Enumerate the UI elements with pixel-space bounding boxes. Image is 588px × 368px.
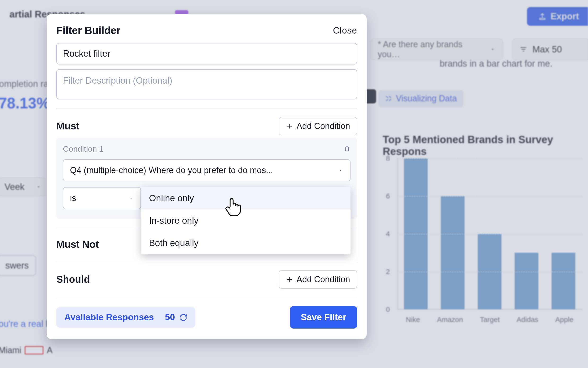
plus-icon — [286, 123, 293, 130]
must-section: Must Add Condition Condition 1 Q4 (multi… — [56, 117, 357, 219]
must-heading: Must — [56, 120, 79, 132]
condition-label: Condition 1 — [63, 144, 104, 154]
trash-icon — [343, 145, 350, 153]
plus-icon — [286, 276, 293, 283]
delete-condition-button[interactable] — [343, 145, 350, 154]
filter-name-input[interactable] — [56, 43, 357, 64]
refresh-icon — [179, 313, 187, 322]
dropdown-option[interactable]: Both equally — [141, 232, 350, 254]
add-condition-label: Add Condition — [297, 275, 350, 284]
chevron-down-icon — [338, 167, 343, 173]
filter-description-input[interactable] — [56, 69, 357, 100]
operator-select[interactable]: is — [63, 187, 141, 209]
value-dropdown: Online only In-store only Both equally — [141, 187, 350, 254]
save-filter-button[interactable]: Save Filter — [290, 306, 357, 329]
divider — [56, 297, 357, 297]
divider — [56, 108, 357, 109]
chevron-down-icon — [128, 195, 134, 201]
modal-title: Filter Builder — [56, 25, 120, 36]
must-not-heading: Must Not — [56, 239, 99, 250]
available-responses-label: Available Responses — [64, 312, 154, 322]
add-condition-button[interactable]: Add Condition — [279, 117, 357, 135]
available-responses-count: 50 — [165, 312, 175, 322]
question-select[interactable]: Q4 (multiple-choice) Where do you prefer… — [63, 159, 350, 181]
operator-value: is — [70, 193, 76, 203]
dropdown-option[interactable]: Online only — [141, 187, 350, 210]
divider — [56, 262, 357, 262]
should-section: Should Add Condition — [56, 270, 357, 289]
close-button[interactable]: Close — [333, 26, 357, 36]
add-condition-label: Add Condition — [297, 121, 350, 131]
add-condition-button[interactable]: Add Condition — [279, 270, 357, 289]
should-heading: Should — [56, 274, 90, 285]
filter-builder-modal: Filter Builder Close Must Add Condition … — [47, 14, 366, 339]
question-select-value: Q4 (multiple-choice) Where do you prefer… — [70, 165, 273, 175]
condition-card: Condition 1 Q4 (multiple-choice) Where d… — [56, 138, 357, 219]
available-responses-chip[interactable]: Available Responses 50 — [56, 307, 195, 328]
dropdown-option[interactable]: In-store only — [141, 210, 350, 232]
